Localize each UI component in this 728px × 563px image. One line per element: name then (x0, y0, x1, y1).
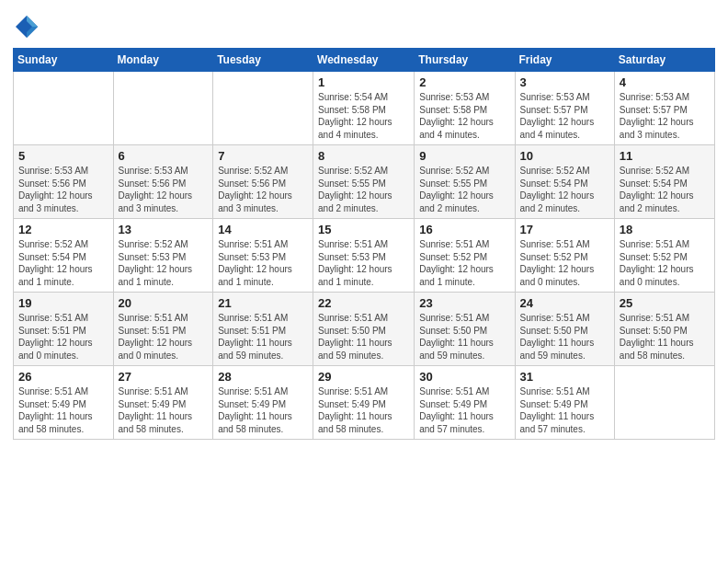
calendar-cell: 23Sunrise: 5:51 AM Sunset: 5:50 PM Dayli… (415, 293, 515, 366)
calendar-header-saturday: Saturday (614, 49, 714, 72)
day-number: 10 (520, 149, 609, 163)
calendar-cell: 17Sunrise: 5:51 AM Sunset: 5:52 PM Dayli… (515, 219, 614, 293)
day-number: 19 (18, 296, 108, 310)
day-info: Sunrise: 5:52 AM Sunset: 5:55 PM Dayligh… (318, 165, 409, 214)
calendar-cell: 7Sunrise: 5:52 AM Sunset: 5:56 PM Daylig… (213, 145, 313, 219)
day-info: Sunrise: 5:51 AM Sunset: 5:52 PM Dayligh… (520, 238, 609, 288)
calendar-cell: 4Sunrise: 5:53 AM Sunset: 5:57 PM Daylig… (614, 72, 714, 145)
calendar-cell: 29Sunrise: 5:51 AM Sunset: 5:49 PM Dayli… (313, 366, 415, 440)
day-number: 20 (119, 296, 209, 310)
calendar-cell (614, 366, 714, 440)
day-info: Sunrise: 5:51 AM Sunset: 5:51 PM Dayligh… (18, 312, 108, 362)
calendar-cell (213, 72, 313, 145)
calendar-cell: 30Sunrise: 5:51 AM Sunset: 5:49 PM Dayli… (415, 366, 515, 440)
day-info: Sunrise: 5:51 AM Sunset: 5:50 PM Dayligh… (620, 312, 710, 362)
day-number: 9 (419, 149, 509, 163)
day-info: Sunrise: 5:51 AM Sunset: 5:51 PM Dayligh… (218, 312, 308, 362)
calendar-week-4: 19Sunrise: 5:51 AM Sunset: 5:51 PM Dayli… (14, 293, 715, 366)
day-number: 28 (218, 370, 308, 384)
calendar-cell: 13Sunrise: 5:52 AM Sunset: 5:53 PM Dayli… (113, 219, 213, 293)
calendar-cell: 6Sunrise: 5:53 AM Sunset: 5:56 PM Daylig… (113, 145, 213, 219)
calendar-cell: 19Sunrise: 5:51 AM Sunset: 5:51 PM Dayli… (14, 293, 114, 366)
day-number: 30 (419, 370, 509, 384)
day-info: Sunrise: 5:51 AM Sunset: 5:50 PM Dayligh… (520, 312, 609, 362)
day-number: 27 (119, 370, 209, 384)
day-number: 1 (318, 75, 409, 89)
day-number: 17 (520, 223, 609, 236)
day-number: 14 (218, 223, 308, 236)
calendar-cell: 10Sunrise: 5:52 AM Sunset: 5:54 PM Dayli… (515, 145, 614, 219)
day-number: 12 (18, 223, 108, 236)
day-info: Sunrise: 5:51 AM Sunset: 5:52 PM Dayligh… (419, 238, 509, 288)
calendar-cell (113, 72, 213, 145)
calendar-header-friday: Friday (515, 49, 614, 72)
calendar-header-wednesday: Wednesday (313, 49, 415, 72)
calendar-cell: 18Sunrise: 5:51 AM Sunset: 5:52 PM Dayli… (614, 219, 714, 293)
calendar-header-sunday: Sunday (14, 49, 114, 72)
calendar-cell: 24Sunrise: 5:51 AM Sunset: 5:50 PM Dayli… (515, 293, 614, 366)
day-info: Sunrise: 5:51 AM Sunset: 5:52 PM Dayligh… (620, 238, 710, 288)
calendar-cell: 11Sunrise: 5:52 AM Sunset: 5:54 PM Dayli… (614, 145, 714, 219)
day-info: Sunrise: 5:53 AM Sunset: 5:56 PM Dayligh… (18, 165, 108, 214)
day-info: Sunrise: 5:51 AM Sunset: 5:49 PM Dayligh… (419, 385, 509, 435)
day-number: 18 (620, 223, 710, 236)
calendar-cell: 5Sunrise: 5:53 AM Sunset: 5:56 PM Daylig… (14, 145, 114, 219)
day-number: 26 (18, 370, 108, 384)
day-info: Sunrise: 5:54 AM Sunset: 5:58 PM Dayligh… (318, 91, 409, 141)
day-number: 23 (419, 296, 509, 310)
calendar-cell: 12Sunrise: 5:52 AM Sunset: 5:54 PM Dayli… (14, 219, 114, 293)
calendar-cell: 28Sunrise: 5:51 AM Sunset: 5:49 PM Dayli… (213, 366, 313, 440)
calendar-cell (14, 72, 114, 145)
day-number: 24 (520, 296, 609, 310)
day-info: Sunrise: 5:51 AM Sunset: 5:49 PM Dayligh… (218, 385, 308, 435)
logo-icon (13, 13, 40, 40)
calendar-cell: 27Sunrise: 5:51 AM Sunset: 5:49 PM Dayli… (113, 366, 213, 440)
calendar-cell: 2Sunrise: 5:53 AM Sunset: 5:58 PM Daylig… (415, 72, 515, 145)
calendar-cell: 8Sunrise: 5:52 AM Sunset: 5:55 PM Daylig… (313, 145, 415, 219)
calendar-cell: 14Sunrise: 5:51 AM Sunset: 5:53 PM Dayli… (213, 219, 313, 293)
day-info: Sunrise: 5:52 AM Sunset: 5:54 PM Dayligh… (18, 238, 108, 288)
day-info: Sunrise: 5:51 AM Sunset: 5:51 PM Dayligh… (119, 312, 209, 362)
page-container: SundayMondayTuesdayWednesdayThursdayFrid… (0, 0, 728, 453)
day-info: Sunrise: 5:51 AM Sunset: 5:50 PM Dayligh… (318, 312, 409, 362)
day-info: Sunrise: 5:51 AM Sunset: 5:53 PM Dayligh… (318, 238, 409, 288)
day-info: Sunrise: 5:51 AM Sunset: 5:53 PM Dayligh… (218, 238, 308, 288)
day-info: Sunrise: 5:53 AM Sunset: 5:57 PM Dayligh… (520, 91, 609, 141)
day-info: Sunrise: 5:53 AM Sunset: 5:58 PM Dayligh… (419, 91, 509, 141)
day-info: Sunrise: 5:51 AM Sunset: 5:49 PM Dayligh… (520, 385, 609, 435)
calendar-cell: 16Sunrise: 5:51 AM Sunset: 5:52 PM Dayli… (415, 219, 515, 293)
day-info: Sunrise: 5:51 AM Sunset: 5:49 PM Dayligh… (119, 385, 209, 435)
calendar-week-1: 1Sunrise: 5:54 AM Sunset: 5:58 PM Daylig… (14, 72, 715, 145)
day-info: Sunrise: 5:52 AM Sunset: 5:56 PM Dayligh… (218, 165, 308, 214)
day-number: 15 (318, 223, 409, 236)
day-number: 25 (620, 296, 710, 310)
calendar-week-2: 5Sunrise: 5:53 AM Sunset: 5:56 PM Daylig… (14, 145, 715, 219)
calendar-week-3: 12Sunrise: 5:52 AM Sunset: 5:54 PM Dayli… (14, 219, 715, 293)
day-number: 29 (318, 370, 409, 384)
day-number: 21 (218, 296, 308, 310)
day-number: 31 (520, 370, 609, 384)
calendar-cell: 9Sunrise: 5:52 AM Sunset: 5:55 PM Daylig… (415, 145, 515, 219)
calendar-header-tuesday: Tuesday (213, 49, 313, 72)
day-number: 8 (318, 149, 409, 163)
header (13, 9, 715, 40)
calendar-cell: 1Sunrise: 5:54 AM Sunset: 5:58 PM Daylig… (313, 72, 415, 145)
day-info: Sunrise: 5:52 AM Sunset: 5:54 PM Dayligh… (520, 165, 609, 214)
calendar-header-thursday: Thursday (415, 49, 515, 72)
day-number: 7 (218, 149, 308, 163)
calendar-cell: 31Sunrise: 5:51 AM Sunset: 5:49 PM Dayli… (515, 366, 614, 440)
day-info: Sunrise: 5:52 AM Sunset: 5:55 PM Dayligh… (419, 165, 509, 214)
calendar-header-row: SundayMondayTuesdayWednesdayThursdayFrid… (14, 49, 715, 72)
logo (13, 13, 44, 40)
calendar-cell: 21Sunrise: 5:51 AM Sunset: 5:51 PM Dayli… (213, 293, 313, 366)
day-info: Sunrise: 5:52 AM Sunset: 5:53 PM Dayligh… (119, 238, 209, 288)
day-number: 4 (620, 75, 710, 89)
day-number: 2 (419, 75, 509, 89)
day-number: 6 (119, 149, 209, 163)
calendar: SundayMondayTuesdayWednesdayThursdayFrid… (13, 48, 715, 440)
day-number: 16 (419, 223, 509, 236)
calendar-cell: 20Sunrise: 5:51 AM Sunset: 5:51 PM Dayli… (113, 293, 213, 366)
calendar-week-5: 26Sunrise: 5:51 AM Sunset: 5:49 PM Dayli… (14, 366, 715, 440)
calendar-cell: 25Sunrise: 5:51 AM Sunset: 5:50 PM Dayli… (614, 293, 714, 366)
calendar-cell: 22Sunrise: 5:51 AM Sunset: 5:50 PM Dayli… (313, 293, 415, 366)
